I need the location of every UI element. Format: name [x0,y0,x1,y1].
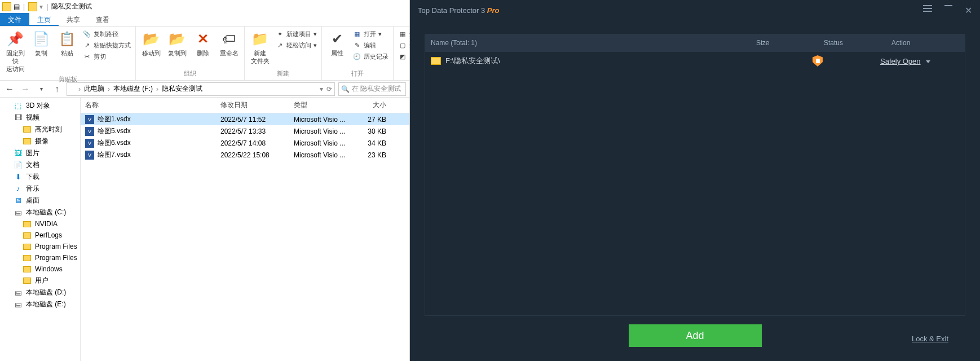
copy-button[interactable]: 📄复制 [29,29,53,58]
paste-button[interactable]: 📋粘贴 [55,29,79,58]
path-dropdown-icon[interactable]: ▾ [320,85,323,93]
file-list: 名称 修改日期 类型 大小 V绘图1.vsdx 2022/5/7 11:52 M… [81,98,409,361]
col-status[interactable]: Status [818,34,886,51]
objects3d-icon: ⬚ [14,102,23,111]
nav-documents[interactable]: 📄文档 [0,159,80,171]
copy-path-button[interactable]: 📎复制路径 [81,29,132,39]
nav-highlights[interactable]: 高光时刻 [0,124,80,135]
app-titlebar: Top Data Protector 3 Pro ✕ [410,0,980,20]
lock-exit-link[interactable]: Lock & Exit [912,334,948,343]
group-open: 打开 [325,68,390,78]
table-row[interactable]: F:\隐私安全测试\ Safely Open [425,52,965,70]
nav-drive-c[interactable]: 🖴本地磁盘 (C:) [0,206,80,218]
file-row[interactable]: V绘图7.vsdx 2022/5/22 15:08 Microsoft Visi… [81,149,409,161]
nav-tree[interactable]: ⬚3D 对象 🎞视频 高光时刻 摄像 🖼图片 📄文档 ⬇下载 ♪音乐 🖥桌面 🖴… [0,98,81,361]
col-size[interactable]: 大小 [351,98,391,113]
properties-button[interactable]: ✔属性 [325,29,349,58]
folder-icon [23,265,32,274]
shortcut-icon: ↗ [82,41,91,50]
nav-3d-objects[interactable]: ⬚3D 对象 [0,100,80,112]
top-data-protector-window: Top Data Protector 3 Pro ✕ Name (Total: … [410,0,980,361]
file-row[interactable]: V绘图5.vsdx 2022/5/7 13:33 Microsoft Visio… [81,125,409,137]
folder-icon [23,276,32,285]
chevron-right-icon[interactable]: › [156,85,158,93]
new-folder-button[interactable]: 📁新建 文件夹 [248,29,272,66]
tab-home[interactable]: 主页 [29,13,59,26]
rename-icon: 🏷 [220,30,238,48]
col-size[interactable]: Size [751,34,818,51]
history-button[interactable]: 🕘历史记录 [351,51,390,61]
folder-icon [28,2,37,11]
tab-file[interactable]: 文件 [0,13,29,26]
qat-dropdown-icon[interactable]: ▾ [39,3,43,11]
table-body: F:\隐私安全测试\ Safely Open [425,52,965,316]
cut-button[interactable]: ✂剪切 [81,51,132,61]
new-item-button[interactable]: ✦新建项目 ▾ [274,29,318,39]
file-row[interactable]: V绘图1.vsdx 2022/5/7 11:52 Microsoft Visio… [81,113,409,125]
minimize-icon[interactable] [944,5,952,6]
col-name[interactable]: Name (Total: 1) [425,34,751,51]
paste-shortcut-button[interactable]: ↗粘贴快捷方式 [81,40,132,50]
edit-button[interactable]: ✎编辑 [351,40,390,50]
nav-back-button[interactable]: ← [3,83,16,95]
chevron-right-icon[interactable]: › [108,85,110,93]
nav-users[interactable]: 用户 [0,275,80,287]
delete-button[interactable]: ✕删除 [191,29,215,58]
open-button[interactable]: ▦打开 ▾ [351,29,390,39]
col-date[interactable]: 修改日期 [216,98,289,113]
nav-drive-e[interactable]: 🖴本地磁盘 (E:) [0,298,80,310]
folder-icon [23,231,32,240]
row-status [813,55,880,67]
column-headers[interactable]: 名称 修改日期 类型 大小 [81,98,409,113]
qat-save-icon[interactable]: ▤ [14,3,20,11]
chevron-right-icon[interactable]: › [78,85,81,93]
nav-videos[interactable]: 🎞视频 [0,112,80,124]
address-bar: ← → ▾ ↑ › 此电脑 › 本地磁盘 (F:) › 隐私安全测试 ▾ ⟳ 🔍… [0,81,409,98]
moveto-icon: 📂 [142,30,160,48]
nav-downloads[interactable]: ⬇下载 [0,171,80,183]
row-path: F:\隐私安全测试\ [445,56,500,66]
path-box[interactable]: › 此电脑 › 本地磁盘 (F:) › 隐私安全测试 ▾ ⟳ [67,82,335,96]
file-row[interactable]: V绘图6.vsdx 2022/5/7 14:08 Microsoft Visio… [81,137,409,149]
nav-nvidia[interactable]: NVIDIA [0,218,80,230]
nav-program-files[interactable]: Program Files [0,241,80,252]
tab-view[interactable]: 查看 [88,13,117,26]
close-icon[interactable]: ✕ [965,5,972,16]
drive-icon: 🖴 [14,300,23,309]
nav-history-dropdown[interactable]: ▾ [35,83,47,95]
desktop-icon: 🖥 [14,196,23,205]
path-segment-thispc[interactable]: 此电脑 [82,84,107,94]
nav-up-button[interactable]: ↑ [51,83,63,95]
add-button[interactable]: Add [629,324,762,347]
menu-icon[interactable] [923,5,932,16]
chevron-down-icon[interactable] [926,60,930,63]
properties-icon: ✔ [328,30,346,48]
copy-to-button[interactable]: 📂复制到 [165,29,189,58]
nav-forward-button[interactable]: → [19,83,32,95]
nav-music[interactable]: ♪音乐 [0,183,80,195]
nav-program-files-2[interactable]: Program Files [0,252,80,263]
window-title: 隐私安全测试 [51,2,92,11]
path-segment-folder[interactable]: 隐私安全测试 [160,84,205,94]
col-name[interactable]: 名称 [81,98,216,113]
col-action[interactable]: Action [886,34,965,51]
search-input[interactable]: 🔍 在 隐私安全测试 [338,82,406,96]
easy-access-button[interactable]: ↗轻松访问 ▾ [274,40,318,50]
safely-open-button[interactable]: Safely Open [880,57,921,65]
nav-windows[interactable]: Windows [0,263,80,275]
path-segment-drive[interactable]: 本地磁盘 (F:) [111,84,155,94]
col-type[interactable]: 类型 [289,98,351,113]
nav-perflogs[interactable]: PerfLogs [0,230,80,241]
folder-icon [2,2,11,11]
tab-share[interactable]: 共享 [59,13,88,26]
copy-icon: 📄 [32,30,50,48]
nav-pictures[interactable]: 🖼图片 [0,147,80,159]
nav-camera[interactable]: 摄像 [0,135,80,147]
pin-button[interactable]: 📌固定到快 速访问 [3,29,27,74]
nav-drive-d[interactable]: 🖴本地磁盘 (D:) [0,287,80,298]
rename-button[interactable]: 🏷重命名 [217,29,241,58]
nav-desktop[interactable]: 🖥桌面 [0,195,80,206]
move-to-button[interactable]: 📂移动到 [139,29,163,58]
refresh-icon[interactable]: ⟳ [326,85,332,93]
table-header: Name (Total: 1) Size Status Action [425,34,965,52]
